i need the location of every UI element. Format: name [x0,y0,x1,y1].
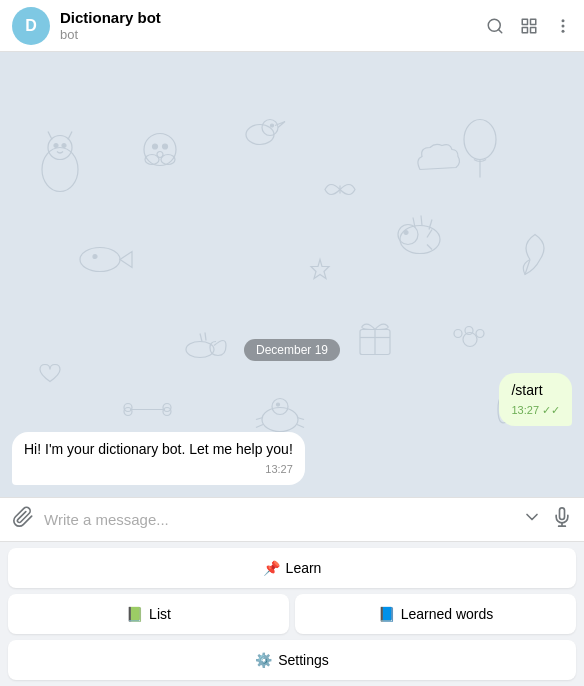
list-label: List [149,606,171,622]
attach-icon[interactable] [12,506,34,533]
message-bubble-reply: Hi! I'm your dictionary bot. Let me help… [12,432,305,485]
mic-icon[interactable] [552,507,572,532]
layout-icon[interactable] [520,17,538,35]
message-input[interactable] [44,511,512,528]
learned-emoji: 📘 [378,606,395,622]
svg-line-1 [498,29,501,32]
bot-btn-row-3: ⚙️ Settings [8,640,576,680]
header: D Dictionary bot bot [0,0,584,52]
message-row: Hi! I'm your dictionary bot. Let me help… [12,432,572,485]
svg-rect-2 [522,19,527,24]
list-emoji: 📗 [126,606,143,622]
bubble-meta: 13:27 ✓✓ [511,403,560,418]
btn-learned-words[interactable]: 📘 Learned words [295,594,576,634]
header-icons [486,17,572,35]
btn-list[interactable]: 📗 List [8,594,289,634]
btn-learn[interactable]: 📌 Learn [8,548,576,588]
svg-rect-4 [522,27,527,32]
svg-rect-3 [531,19,536,24]
input-area [0,497,584,541]
chat-title: Dictionary bot [60,9,486,27]
date-badge: December 19 [12,339,572,361]
message-bubble-start: /start 13:27 ✓✓ [499,373,572,426]
message-row: /start 13:27 ✓✓ [12,373,572,426]
learn-emoji: 📌 [263,560,280,576]
svg-point-7 [562,24,565,27]
btn-settings[interactable]: ⚙️ Settings [8,640,576,680]
chat-area: December 19 /start 13:27 ✓✓ Hi! I'm your… [0,52,584,497]
settings-emoji: ⚙️ [255,652,272,668]
bot-btn-row-1: 📌 Learn [8,548,576,588]
check-icon: ✓✓ [542,403,560,418]
messages-container: December 19 /start 13:27 ✓✓ Hi! I'm your… [0,52,584,497]
chevron-down-icon[interactable] [522,507,542,532]
svg-point-8 [562,29,565,32]
learn-label: Learn [286,560,322,576]
learned-label: Learned words [401,606,494,622]
more-icon[interactable] [554,17,572,35]
settings-label: Settings [278,652,329,668]
input-right-icons [522,507,572,532]
bubble-meta: 13:27 [24,462,293,477]
bot-buttons: 📌 Learn 📗 List 📘 Learned words ⚙️ Settin… [0,541,584,686]
header-info: Dictionary bot bot [60,9,486,42]
chat-subtitle: bot [60,27,486,42]
search-icon[interactable] [486,17,504,35]
svg-rect-5 [531,27,536,32]
svg-point-6 [562,19,565,22]
bot-btn-row-2: 📗 List 📘 Learned words [8,594,576,634]
avatar: D [12,7,50,45]
